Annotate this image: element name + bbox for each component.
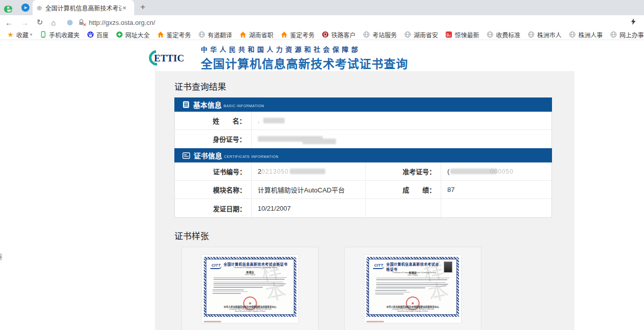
result-table: 基本信息 BASIC INFORMATION 姓 名： ， 身份证号：	[174, 97, 552, 218]
citt-logo: CITT	[373, 262, 384, 269]
result-panel: 证书查询结果 基本信息 BASIC INFORMATION 姓 名： ， 身份证…	[155, 71, 574, 330]
bookmark-item[interactable]: 考站服务	[363, 30, 397, 39]
id-row: 身份证号：	[175, 130, 551, 148]
circleplus-icon	[116, 31, 124, 39]
bookmark-item[interactable]: 湖南省安	[404, 30, 438, 39]
certificate-serial	[366, 321, 384, 322]
ministry-line: 中华人民共和国人力资源和社会保障部	[201, 44, 408, 54]
bookmark-item[interactable]: 鉴定考务	[157, 30, 191, 39]
url-text[interactable]: http://gxzs.osta.org.cn/	[89, 19, 156, 26]
bookmark-item[interactable]: 9₊惊悚最新	[445, 30, 479, 39]
bookmark-item[interactable]: 网上办事	[610, 30, 644, 39]
star-icon: ★	[7, 31, 14, 39]
bookmark-label: 湖南省安	[414, 30, 438, 39]
extension-dot-icon[interactable]	[67, 20, 73, 25]
module-value: 计算机辅助设计AutoCAD平台	[251, 181, 365, 199]
certificate-image: 样本 CITT 全国计算机信息高新技术考试合格证书 Certificate of…	[202, 255, 298, 323]
badge9-icon: 9₊	[445, 31, 453, 39]
certificate-sample-front: 样本 CITT 全国计算机信息高新技术考试合格证书 Certificate of…	[181, 247, 319, 330]
name-row: 姓 名： ，	[175, 112, 551, 130]
bookmark-label: 湖南省职	[249, 30, 273, 39]
globe-icon	[528, 31, 535, 39]
bookmarks-bar: ★收藏▾手机收藏夹百度网址大全鉴定考务有道翻译湖南省职鉴定考务铁路客户考站服务湖…	[0, 29, 644, 40]
new-tab-button[interactable]: +	[140, 2, 145, 12]
bookmark-label: 百度	[97, 30, 109, 39]
score-value: 87	[441, 181, 551, 199]
globe-icon	[404, 31, 412, 39]
document-icon	[182, 101, 190, 108]
name-label: 姓 名：	[175, 116, 251, 125]
id-card-icon	[182, 152, 190, 159]
home-icon	[281, 31, 288, 39]
certificate-serial	[204, 321, 221, 322]
id-label: 身份证号：	[175, 134, 251, 144]
reload-button[interactable]: ↻	[37, 18, 43, 27]
bookmark-item[interactable]: 收费标准	[486, 30, 520, 39]
ettic-logo: ETTIC	[151, 49, 196, 67]
browser-tab-strip: e ➤ ⊕ 全国计算机信息高新技术考试证 × +	[0, 0, 644, 15]
bookmark-item[interactable]: 株洲人事	[569, 30, 603, 39]
site-header: ETTIC 中华人民共和国人力资源和社会保障部 全国计算机信息高新技术考试证书查…	[151, 44, 408, 72]
insecure-lock-icon[interactable]: ✕	[78, 19, 85, 26]
bookmark-item[interactable]: 有道翻译	[198, 30, 232, 39]
chevron-down-icon: ▾	[30, 32, 33, 37]
quick-launch-bolt-icon[interactable]	[630, 18, 637, 27]
home-button[interactable]: ⌂	[51, 18, 56, 27]
module-label: 模块名称：	[175, 185, 251, 194]
bookmark-label: 收藏	[16, 30, 28, 39]
globe-icon	[610, 31, 618, 39]
cert-no-value: 2 0213050	[251, 162, 365, 181]
bookmark-item[interactable]: ★收藏▾	[7, 30, 33, 39]
module-row: 模块名称： 计算机辅助设计AutoCAD平台 成 绩： 87	[175, 181, 551, 199]
bookmark-item[interactable]: 手机收藏夹	[40, 30, 80, 39]
date-label: 发证日期：	[175, 204, 251, 213]
phone-icon	[40, 31, 47, 39]
bookmark-label: 有道翻译	[208, 30, 232, 39]
globe-icon	[198, 31, 206, 39]
bookmark-label: 手机收藏夹	[49, 30, 80, 39]
bookmark-item[interactable]: 网址大全	[116, 30, 150, 39]
bookmark-item[interactable]: 湖南省职	[239, 30, 273, 39]
date-row: 发证日期： 10/21/2007	[175, 199, 551, 217]
name-value: ，	[251, 112, 551, 130]
globe-icon	[486, 31, 494, 39]
back-button[interactable]: ←	[5, 18, 13, 27]
bookmark-item[interactable]: 百度	[87, 30, 109, 39]
cert-info-header: 证书信息 CERTIFICATE INFORMATION	[174, 148, 552, 162]
bookmark-label: 鉴定考务	[290, 30, 315, 39]
cert-info-subtitle: CERTIFICATE INFORMATION	[224, 155, 279, 158]
bookmark-item[interactable]: 株洲市人	[528, 30, 562, 39]
paw-icon	[87, 31, 95, 39]
certificate-samples: 样本 CITT 全国计算机信息高新技术考试合格证书 Certificate of…	[181, 247, 574, 330]
bookmark-label: 株洲人事	[578, 30, 603, 39]
sync-account-icon[interactable]: ➤	[21, 4, 29, 12]
date-value: 10/21/2007	[251, 199, 365, 217]
cert-info-title: 证书信息	[194, 150, 222, 160]
exam-no-value: ( 000050	[441, 162, 551, 181]
browser-360-logo-icon[interactable]: e	[4, 1, 13, 16]
basic-info-header: 基本信息 BASIC INFORMATION	[174, 97, 552, 112]
redacted-cert-no	[290, 169, 325, 174]
bookmark-label: 考站服务	[373, 30, 397, 39]
score-label: 成 绩：	[365, 181, 441, 199]
bookmark-label: 网址大全	[126, 30, 150, 39]
globe-icon	[363, 31, 371, 39]
bookmark-label: 株洲市人	[537, 30, 562, 39]
bookmark-item[interactable]: 鉴定考务	[281, 30, 315, 39]
forward-button[interactable]: →	[21, 18, 28, 27]
cert-no-row: 证书编号： 2 0213050 准考证号： ( 000050	[175, 162, 551, 181]
sample-heading: 证书样张	[155, 218, 574, 247]
certificate-sample-with-photo: 样本 CITT 全国计算机信息高新技术考试合格证书 Certificate of…	[344, 247, 481, 330]
sidebar-collapse-handle[interactable]: ▸	[0, 253, 2, 260]
id-value	[251, 130, 551, 148]
bookmark-label: 网上办事	[620, 30, 644, 39]
address-bar: ← → ↻ ⌂ ✕ http://gxzs.osta.org.cn/	[0, 15, 644, 29]
bookmark-label: 鉴定考务	[167, 30, 191, 39]
tab-close-icon[interactable]: ×	[122, 4, 127, 12]
train-icon	[322, 31, 329, 39]
citt-logo: CITT	[210, 262, 222, 269]
browser-tab[interactable]: ⊕ 全国计算机信息高新技术考试证 ×	[33, 0, 134, 15]
tab-title: 全国计算机信息高新技术考试证	[45, 4, 121, 12]
svg-text:9₊: 9₊	[446, 32, 451, 38]
bookmark-item[interactable]: 铁路客户	[322, 30, 356, 39]
